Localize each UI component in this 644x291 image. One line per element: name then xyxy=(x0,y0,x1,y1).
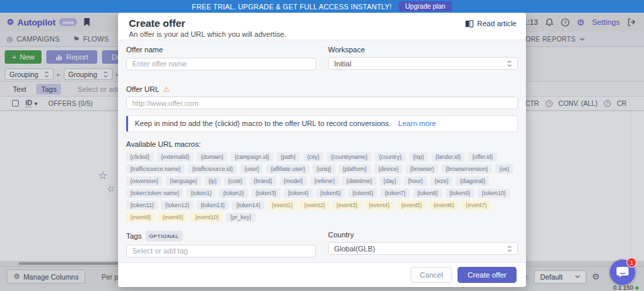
offer-name-label: Offer name xyxy=(126,46,316,54)
macro-chip[interactable]: {token2} xyxy=(219,188,248,198)
workspace-select[interactable]: Initial xyxy=(328,57,518,70)
macro-chip[interactable]: {pr_key} xyxy=(226,213,255,222)
macro-chip[interactable]: {token9} xyxy=(445,188,474,198)
country-value: Global(GLB) xyxy=(334,245,375,253)
macro-chip[interactable]: {uniq} xyxy=(313,164,335,174)
macro-chip[interactable]: {token7} xyxy=(380,188,409,198)
updown-icon xyxy=(507,245,512,252)
clickid-note: Keep in mind to add the {clickid} macro … xyxy=(126,115,518,132)
macro-chip[interactable]: {event6} xyxy=(429,200,458,210)
macro-chip[interactable]: {event8} xyxy=(126,213,155,222)
modal-footer: Cancel Create offer xyxy=(118,262,526,287)
macro-chip[interactable]: {path} xyxy=(276,152,299,162)
updown-icon xyxy=(507,60,512,67)
macro-chip[interactable]: {day} xyxy=(380,176,400,186)
macro-chip[interactable]: {brand} xyxy=(250,176,276,186)
macro-chip[interactable]: {token4} xyxy=(284,188,313,198)
cancel-button[interactable]: Cancel xyxy=(411,267,452,283)
macro-chip[interactable]: {token:token name} xyxy=(126,188,183,198)
offer-url-label: Offer URL xyxy=(126,85,159,94)
macro-chip[interactable]: {token11} xyxy=(126,200,158,210)
read-article-link[interactable]: Read article xyxy=(465,19,517,27)
macro-chip[interactable]: {referer} xyxy=(311,176,339,186)
trial-message: FREE TRIAL. UPGRADE & GET FULL ACCESS IN… xyxy=(192,3,392,11)
workspace-value: Initial xyxy=(334,60,352,68)
macro-chip[interactable]: {token1} xyxy=(186,188,215,198)
macro-chip[interactable]: {hour} xyxy=(404,176,427,186)
macro-chip[interactable]: {city} xyxy=(303,152,323,162)
macro-chip[interactable]: {event1} xyxy=(268,200,297,210)
modal-body: Offer name Workspace Initial Offer URL ⚠ xyxy=(118,40,526,262)
modal-title: Create offer xyxy=(129,17,515,29)
macro-chip[interactable]: {ip} xyxy=(205,176,221,186)
macro-chip[interactable]: {user} xyxy=(240,164,263,174)
macro-chip[interactable]: {platform} xyxy=(339,164,371,174)
macro-chip[interactable]: {language} xyxy=(166,176,201,186)
macro-chip[interactable]: {campaign.id} xyxy=(231,152,274,162)
macro-chip[interactable]: {diagonal} xyxy=(455,176,489,186)
offer-name-input[interactable] xyxy=(126,58,316,70)
macro-chip[interactable]: {token6} xyxy=(348,188,377,198)
macro-chip[interactable]: {browser} xyxy=(406,164,438,174)
macro-chip[interactable]: {trafficsource.name} xyxy=(126,164,184,174)
macro-chip[interactable]: {device} xyxy=(374,164,402,174)
macro-chip[interactable]: {offer.id} xyxy=(468,152,497,162)
app-window: FREE TRIAL. UPGRADE & GET FULL ACCESS IN… xyxy=(0,0,644,291)
tags-label: Tags xyxy=(126,232,142,241)
macro-chip[interactable]: {countryname} xyxy=(327,152,372,162)
macro-chip[interactable]: {trafficsource.id} xyxy=(188,164,237,174)
macro-chip[interactable]: {domain} xyxy=(197,152,227,162)
macro-chip[interactable]: {token3} xyxy=(252,188,280,198)
clickid-note-text: Keep in mind to add the {clickid} macro … xyxy=(135,119,391,127)
macro-chip[interactable]: {size} xyxy=(431,176,453,186)
tags-input[interactable] xyxy=(126,245,316,257)
macro-chip[interactable]: {event9} xyxy=(158,213,187,222)
upgrade-plan-button[interactable]: Upgrade plan xyxy=(398,1,452,11)
macro-chip[interactable]: {affiliate.user} xyxy=(266,164,309,174)
macro-chip[interactable]: {datetime} xyxy=(342,176,376,186)
chat-icon xyxy=(616,266,629,278)
macro-chip[interactable]: {lander.id} xyxy=(431,152,465,162)
trial-banner: FREE TRIAL. UPGRADE & GET FULL ACCESS IN… xyxy=(0,0,644,13)
url-macros-list: {clickid} {externalid} {domain} {campaig… xyxy=(126,152,518,222)
learn-more-link[interactable]: Learn more xyxy=(398,119,436,127)
macro-chip[interactable]: {event10} xyxy=(191,213,223,222)
macros-label: Available URL macros: xyxy=(126,140,518,148)
macro-chip[interactable]: {country} xyxy=(375,152,406,162)
chat-widget-button[interactable]: 1 xyxy=(610,259,635,285)
macro-chip[interactable]: {externalid} xyxy=(157,152,194,162)
optional-badge: OPTIONAL xyxy=(146,231,182,241)
macro-chip[interactable]: {isp} xyxy=(409,152,429,162)
macro-chip[interactable]: {model} xyxy=(280,176,307,186)
offer-url-input[interactable] xyxy=(126,97,518,109)
macro-chip[interactable]: {event7} xyxy=(462,200,490,210)
macro-chip[interactable]: {token5} xyxy=(316,188,345,198)
macro-chip[interactable]: {clickid} xyxy=(126,152,154,162)
country-select[interactable]: Global(GLB) xyxy=(328,242,518,255)
create-offer-modal: Create offer An offer is your ad URL whi… xyxy=(118,13,526,287)
workspace-label: Workspace xyxy=(328,46,518,54)
modal-subtitle: An offer is your ad URL which you will a… xyxy=(129,30,515,38)
country-label: Country xyxy=(328,231,518,239)
macro-chip[interactable]: {osversion} xyxy=(126,176,162,186)
macro-chip[interactable]: {event3} xyxy=(333,200,362,210)
macro-chip[interactable]: {token10} xyxy=(478,188,510,198)
macro-chip[interactable]: {event5} xyxy=(397,200,426,210)
book-icon xyxy=(465,20,474,27)
macro-chip[interactable]: {os} xyxy=(495,164,513,174)
macro-chip[interactable]: {token12} xyxy=(161,200,193,210)
macro-chip[interactable]: {event2} xyxy=(300,200,329,210)
modal-header: Create offer An offer is your ad URL whi… xyxy=(118,13,526,40)
chat-notification-badge: 1 xyxy=(627,257,637,268)
read-article-label: Read article xyxy=(477,19,517,27)
macro-chip[interactable]: {browserversion} xyxy=(441,164,492,174)
macro-chip[interactable]: {event4} xyxy=(365,200,394,210)
macro-chip[interactable]: {cost} xyxy=(224,176,246,186)
create-offer-button[interactable]: Create offer xyxy=(458,267,517,283)
macro-chip[interactable]: {token14} xyxy=(232,200,264,210)
macro-chip[interactable]: {token8} xyxy=(413,188,442,198)
macro-chip[interactable]: {token13} xyxy=(197,200,229,210)
warning-icon: ⚠ xyxy=(163,85,170,94)
